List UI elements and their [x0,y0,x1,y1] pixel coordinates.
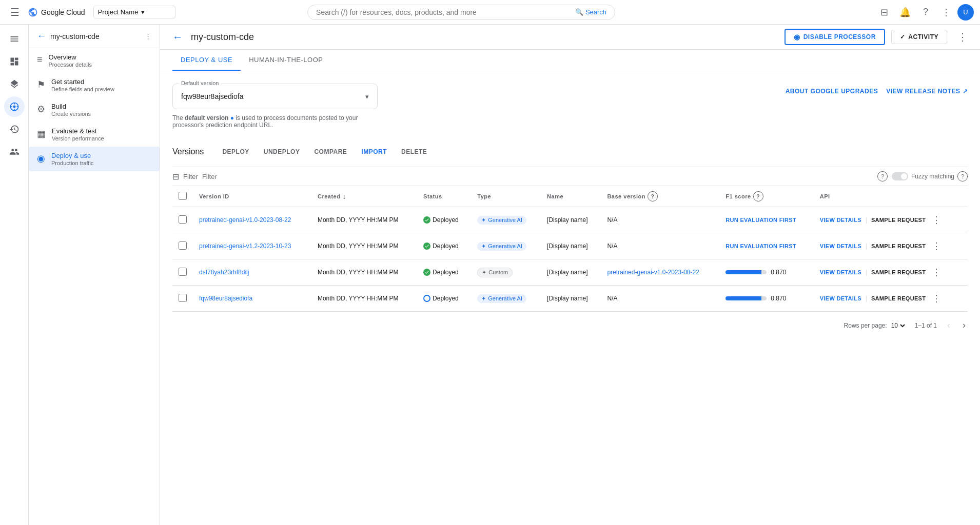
f1-score-header: F1 score ? [719,186,813,207]
compare-action-button[interactable]: COMPARE [308,145,353,158]
run-evaluation-link[interactable]: RUN EVALUATION FIRST [726,217,796,223]
created-header[interactable]: Created ↓ [311,186,417,207]
fuzzy-help-icon[interactable]: ? [957,171,968,181]
row-checkbox-2[interactable] [179,268,187,276]
select-all-checkbox[interactable] [179,192,187,200]
filter-right: ? Fuzzy matching ? [877,171,968,181]
top-nav: ☰ Google Cloud Project Name ▾ 🔍 Search ⊟… [0,0,980,25]
sidebar-item-deploy[interactable]: ◉ Deploy & use Production traffic [29,147,160,171]
tab-human-loop[interactable]: HUMAN-IN-THE-LOOP [241,50,331,71]
type-icon: ✦ [482,269,486,276]
rail-history-icon[interactable] [4,119,25,139]
type-cell: ✦ Generative AI [471,286,541,312]
status-cell: Deployed [417,259,471,286]
fuzzy-matching-toggle: Fuzzy matching ? [892,171,968,181]
view-details-link-0[interactable]: VIEW DETAILS [820,217,861,223]
view-details-link-2[interactable]: VIEW DETAILS [820,269,861,275]
rail-menu-icon[interactable] [4,29,25,49]
name-cell: [Display name] [541,286,601,312]
row-more-button-1[interactable]: ⋮ [930,238,943,254]
row-checkbox-3[interactable] [179,294,187,302]
processor-name: my-custom-cde [50,32,100,41]
name-header: Name [541,186,601,207]
default-version-select[interactable]: fqw98eur8ajsediofa ▾ [181,92,369,100]
version-id-link-0[interactable]: pretrained-genai-v1.0-2023-08-22 [199,216,291,224]
sidebar-item-overview[interactable]: ≡ Overview Processor details [29,48,160,73]
status-text: Deployed [433,295,459,302]
prev-page-button[interactable]: ‹ [945,318,952,333]
base-version-cell: N/A [601,207,719,233]
sidebar-back-button[interactable]: ← [37,31,46,42]
delete-action-button[interactable]: DELETE [395,145,433,158]
view-release-notes-link[interactable]: VIEW RELEASE NOTES ↗ [886,88,968,95]
f1-bar-filled [726,270,761,274]
sample-request-button-2[interactable]: SAMPLE REQUEST [871,269,926,275]
rail-processor-icon[interactable] [4,96,25,117]
filter-help-icon[interactable]: ? [877,171,888,181]
deploy-action-button[interactable]: DEPLOY [216,145,255,158]
type-badge: ✦ Generative AI [477,242,526,251]
monitor-icon[interactable]: ⊟ [875,3,894,22]
base-version-help-icon[interactable]: ? [648,191,658,201]
sample-request-button-0[interactable]: SAMPLE REQUEST [871,217,926,223]
disable-processor-button[interactable]: ◉ DISABLE PROCESSOR [785,29,885,45]
sidebar-item-evaluate[interactable]: ▦ Evaluate & test Version performance [29,122,160,147]
more-options-button[interactable]: ⋮ [957,31,968,43]
table-row: dsf78yah23rhf8diljMonth DD, YYYY HH:MM P… [172,259,968,286]
page-back-button[interactable]: ← [172,31,183,43]
row-more-button-0[interactable]: ⋮ [930,212,943,228]
f1-score-help-icon[interactable]: ? [753,191,763,201]
hamburger-icon[interactable]: ☰ [6,2,24,23]
fuzzy-toggle-switch[interactable] [892,172,908,180]
table-row: fqw98eur8ajsediofaMonth DD, YYYY HH:MM P… [172,286,968,312]
more-options-icon[interactable]: ⋮ [937,3,955,22]
header-actions: ◉ DISABLE PROCESSOR ✓ ACTIVITY ⋮ [785,29,968,45]
version-id-link-3[interactable]: fqw98eur8ajsediofa [199,295,252,302]
filter-input[interactable] [202,173,288,180]
run-evaluation-link[interactable]: RUN EVALUATION FIRST [726,243,796,249]
import-action-button[interactable]: IMPORT [355,145,393,158]
base-version-cell: N/A [601,286,719,312]
view-details-link-3[interactable]: VIEW DETAILS [820,295,861,301]
user-avatar[interactable]: U [957,4,974,21]
about-google-upgrades-link[interactable]: ABOUT GOOGLE UPGRADES [786,88,878,95]
rail-people-icon[interactable] [4,142,25,162]
versions-header: Versions DEPLOY UNDEPLOY COMPARE IMPORT … [172,145,968,158]
tab-deploy-use[interactable]: DEPLOY & USE [172,50,241,71]
sample-request-button-1[interactable]: SAMPLE REQUEST [871,243,926,249]
sidebar-item-build[interactable]: ⚙ Build Create versions [29,97,160,122]
bell-icon[interactable]: 🔔 [896,3,914,22]
default-version-value: fqw98eur8ajsediofa [181,92,243,100]
table-header-row: Version ID Created ↓ Status [172,186,968,207]
evaluate-label: Evaluate & test [52,127,104,135]
type-icon: ✦ [481,243,486,250]
rows-per-page-select[interactable]: 10 25 50 [889,321,907,330]
row-checkbox-1[interactable] [179,241,187,250]
rail-layers-icon[interactable] [4,74,25,94]
row-more-button-2[interactable]: ⋮ [930,265,943,280]
project-selector[interactable]: Project Name ▾ [93,6,175,18]
base-version-link[interactable]: pretrained-genai-v1.0-2023-08-22 [607,269,699,276]
search-icon: 🔍 [575,8,583,16]
api-divider: | [866,243,867,250]
version-id-link-1[interactable]: pretrained-genai-v1.2-2023-10-23 [199,243,291,250]
activity-button[interactable]: ✓ ACTIVITY [891,30,947,44]
version-id-link-2[interactable]: dsf78yah23rhf8dilj [199,269,249,276]
undeploy-action-button[interactable]: UNDEPLOY [258,145,306,158]
name-cell: [Display name] [541,259,601,286]
sidebar-item-get-started[interactable]: ⚑ Get started Define fields and preview [29,73,160,97]
next-page-button[interactable]: › [961,318,968,333]
filter-bar: ⊟ Filter ? Fuzzy matching ? [172,167,968,186]
status-dot [423,269,430,276]
view-details-link-1[interactable]: VIEW DETAILS [820,243,861,249]
help-icon[interactable]: ? [916,3,935,22]
search-button[interactable]: 🔍 Search [575,8,606,16]
sample-request-button-3[interactable]: SAMPLE REQUEST [871,295,926,301]
sidebar-more-button[interactable]: ⋮ [145,32,151,40]
f1-bar-rest [761,270,767,274]
rail-dashboard-icon[interactable] [4,51,25,72]
disable-icon: ◉ [794,33,800,41]
search-input[interactable] [316,8,571,16]
row-more-button-3[interactable]: ⋮ [930,291,943,306]
row-checkbox-0[interactable] [179,215,187,224]
